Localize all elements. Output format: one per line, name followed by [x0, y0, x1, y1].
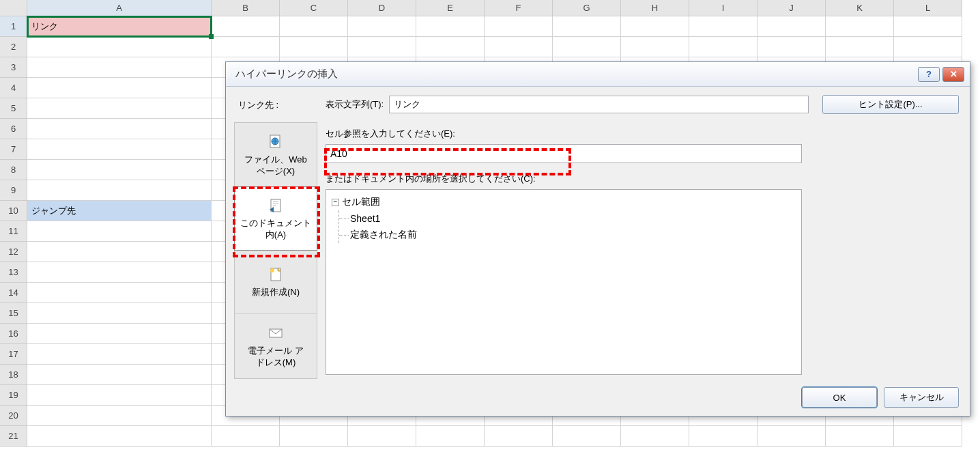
col-header-l[interactable]: L — [894, 0, 962, 16]
cell-d1[interactable] — [348, 16, 416, 37]
row-header-19[interactable]: 19 — [0, 385, 27, 406]
cell-a3[interactable] — [27, 57, 212, 78]
cell-a12[interactable] — [27, 242, 212, 262]
cell-c1[interactable] — [280, 16, 348, 37]
row-header-18[interactable]: 18 — [0, 365, 27, 385]
cell-a13[interactable] — [27, 262, 212, 283]
cell-a16[interactable] — [27, 324, 212, 344]
cell-l21[interactable] — [894, 426, 962, 447]
col-header-c[interactable]: C — [280, 0, 348, 16]
cell-f21[interactable] — [485, 426, 553, 447]
cell-k2[interactable] — [826, 37, 894, 57]
cell-b1[interactable] — [212, 16, 280, 37]
nav-file-web[interactable]: ファイル、Webページ(X) — [235, 123, 317, 187]
row-header-4[interactable]: 4 — [0, 78, 27, 98]
tree-node-defined-names[interactable]: 定義された名前 — [350, 227, 796, 243]
cell-e1[interactable] — [416, 16, 485, 37]
row-header-7[interactable]: 7 — [0, 139, 27, 160]
col-header-b[interactable]: B — [212, 0, 280, 16]
dialog-titlebar[interactable]: ハイパーリンクの挿入 ? ✕ — [226, 62, 970, 87]
cell-j1[interactable] — [758, 16, 826, 37]
cell-g1[interactable] — [553, 16, 621, 37]
help-button[interactable]: ? — [918, 67, 940, 82]
cell-b21[interactable] — [212, 426, 280, 447]
col-header-e[interactable]: E — [416, 0, 485, 16]
row-header-11[interactable]: 11 — [0, 221, 27, 242]
tree-node-cell-range[interactable]: − セル範囲 — [332, 194, 796, 210]
cell-d2[interactable] — [348, 37, 416, 57]
cell-h21[interactable] — [621, 426, 689, 447]
row-header-12[interactable]: 12 — [0, 242, 27, 262]
cell-c2[interactable] — [280, 37, 348, 57]
screen-tip-button[interactable]: ヒント設定(P)... — [822, 95, 959, 114]
row-header-20[interactable]: 20 — [0, 406, 27, 426]
row-header-14[interactable]: 14 — [0, 283, 27, 303]
cell-a6[interactable] — [27, 119, 212, 139]
cell-a14[interactable] — [27, 283, 212, 303]
cell-a15[interactable] — [27, 303, 212, 324]
cell-a19[interactable] — [27, 385, 212, 406]
row-header-6[interactable]: 6 — [0, 119, 27, 139]
cell-l2[interactable] — [894, 37, 962, 57]
row-header-13[interactable]: 13 — [0, 262, 27, 283]
display-text-input[interactable] — [389, 96, 809, 113]
select-all-corner[interactable] — [0, 0, 27, 16]
row-header-16[interactable]: 16 — [0, 324, 27, 344]
cell-a20[interactable] — [27, 406, 212, 426]
tree-leaf-sheet1[interactable]: Sheet1 — [350, 210, 796, 227]
cell-j2[interactable] — [758, 37, 826, 57]
cell-c21[interactable] — [280, 426, 348, 447]
cell-a7[interactable] — [27, 139, 212, 160]
collapse-icon[interactable]: − — [332, 199, 339, 206]
row-header-10[interactable]: 10 — [0, 201, 27, 221]
cell-j21[interactable] — [758, 426, 826, 447]
cancel-button[interactable]: キャンセル — [884, 387, 959, 408]
cell-g21[interactable] — [553, 426, 621, 447]
row-header-17[interactable]: 17 — [0, 344, 27, 365]
cell-h2[interactable] — [621, 37, 689, 57]
cell-a8[interactable] — [27, 160, 212, 180]
cell-a5[interactable] — [27, 98, 212, 119]
cell-h1[interactable] — [621, 16, 689, 37]
cell-a4[interactable] — [27, 78, 212, 98]
col-header-f[interactable]: F — [485, 0, 553, 16]
cell-a11[interactable] — [27, 221, 212, 242]
col-header-i[interactable]: I — [689, 0, 758, 16]
cell-i2[interactable] — [689, 37, 758, 57]
cell-a17[interactable] — [27, 344, 212, 365]
nav-this-document[interactable]: このドキュメント内(A) — [234, 186, 317, 251]
cell-a10[interactable]: ジャンプ先 — [27, 201, 212, 221]
col-header-d[interactable]: D — [348, 0, 416, 16]
nav-new-document[interactable]: 新規作成(N) — [235, 250, 317, 314]
col-header-a[interactable]: A — [27, 0, 212, 16]
cell-e21[interactable] — [416, 426, 485, 447]
row-header-2[interactable]: 2 — [0, 37, 27, 57]
cell-i1[interactable] — [689, 16, 758, 37]
row-header-21[interactable]: 21 — [0, 426, 27, 447]
document-location-tree[interactable]: − セル範囲 Sheet1 定義された名前 — [326, 189, 802, 375]
row-header-3[interactable]: 3 — [0, 57, 27, 78]
cell-a1[interactable]: リンク — [27, 16, 212, 37]
row-header-8[interactable]: 8 — [0, 160, 27, 180]
cell-a18[interactable] — [27, 365, 212, 385]
cell-e2[interactable] — [416, 37, 485, 57]
cell-a9[interactable] — [27, 180, 212, 201]
row-header-5[interactable]: 5 — [0, 98, 27, 119]
cell-a2[interactable] — [27, 37, 212, 57]
cell-k21[interactable] — [826, 426, 894, 447]
col-header-g[interactable]: G — [553, 0, 621, 16]
cell-f2[interactable] — [485, 37, 553, 57]
cell-k1[interactable] — [826, 16, 894, 37]
cell-d21[interactable] — [348, 426, 416, 447]
cell-i21[interactable] — [689, 426, 758, 447]
col-header-h[interactable]: H — [621, 0, 689, 16]
row-header-9[interactable]: 9 — [0, 180, 27, 201]
col-header-j[interactable]: J — [758, 0, 826, 16]
cell-a21[interactable] — [27, 426, 212, 447]
cell-g2[interactable] — [553, 37, 621, 57]
cell-f1[interactable] — [485, 16, 553, 37]
cell-l1[interactable] — [894, 16, 962, 37]
cell-b2[interactable] — [212, 37, 280, 57]
row-header-1[interactable]: 1 — [0, 16, 27, 37]
ok-button[interactable]: OK — [802, 387, 877, 408]
